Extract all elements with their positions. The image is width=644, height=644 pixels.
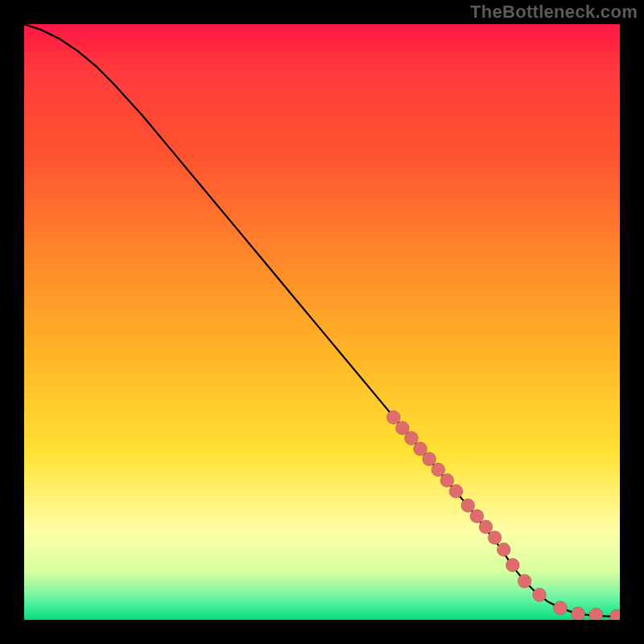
- marker-point: [610, 609, 620, 620]
- marker-point: [423, 452, 436, 466]
- marker-point: [449, 485, 463, 498]
- marker-point: [479, 520, 493, 534]
- marker-point: [461, 498, 475, 512]
- marker-point: [506, 558, 519, 572]
- marker-point: [533, 588, 547, 601]
- markers-group: [386, 411, 620, 620]
- marker-point: [572, 607, 585, 620]
- marker-point: [488, 530, 502, 544]
- marker-point: [470, 510, 484, 523]
- bottleneck-curve: [24, 24, 620, 617]
- marker-point: [431, 463, 445, 477]
- marker-point: [440, 473, 454, 487]
- marker-point: [518, 574, 531, 588]
- marker-point: [405, 431, 419, 445]
- chart-frame: TheBottleneck.com: [0, 0, 644, 644]
- marker-point: [589, 609, 603, 620]
- plot-area: [24, 24, 620, 620]
- chart-overlay: [24, 24, 620, 620]
- marker-point: [554, 601, 568, 615]
- marker-point: [386, 411, 400, 424]
- watermark-text: TheBottleneck.com: [470, 2, 638, 23]
- marker-point: [497, 543, 510, 556]
